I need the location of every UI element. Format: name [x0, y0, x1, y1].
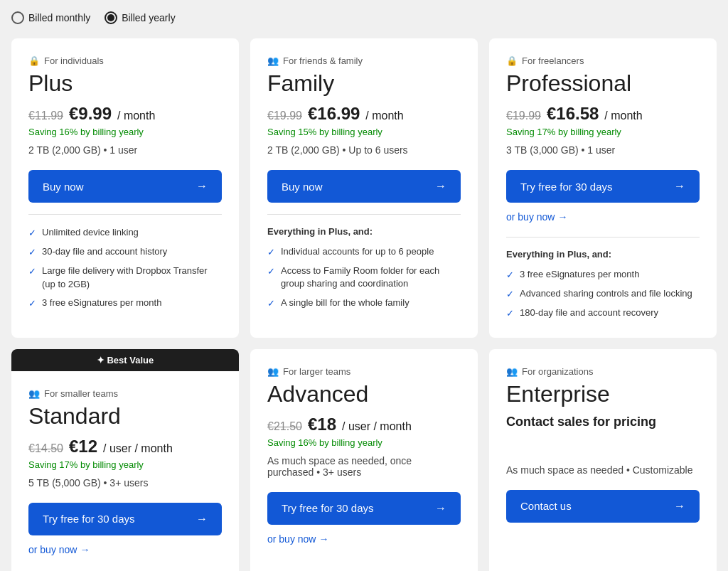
plan-category-advanced: 👥 For larger teams [267, 366, 461, 377]
saving-standard: Saving 17% by billing yearly [28, 459, 222, 470]
plan-category-icon-advanced: 👥 [267, 366, 279, 377]
check-icon-p0: ✓ [506, 269, 514, 282]
best-value-banner: ✦ Best Value [11, 349, 239, 371]
plan-category-icon-standard: 👥 [28, 388, 40, 399]
storage-family: 2 TB (2,000 GB) • Up to 6 users [267, 144, 461, 156]
check-icon-0: ✓ [28, 227, 36, 240]
plan-category-professional: 🔒 For freelancers [506, 55, 700, 66]
plan-category-standard: 👥 For smaller teams [28, 388, 222, 399]
check-icon-f0: ✓ [267, 246, 275, 259]
or-buy-professional[interactable]: or buy now → [506, 211, 700, 223]
plan-category-label-plus: For individuals [44, 55, 104, 66]
cta-arrow-advanced: → [435, 502, 446, 515]
billing-yearly-option[interactable]: Billed yearly [105, 11, 175, 24]
billing-monthly-label: Billed monthly [28, 12, 90, 23]
price-period-plus: / month [117, 110, 155, 122]
price-line-plus: €11.99 €9.99 / month [28, 104, 222, 124]
cta-family[interactable]: Buy now → [267, 170, 461, 203]
saving-spacer-enterprise [506, 444, 700, 457]
price-new-professional: €16.58 [547, 104, 599, 124]
price-line-family: €19.99 €16.99 / month [267, 104, 461, 124]
plan-category-family: 👥 For friends & family [267, 55, 461, 66]
or-buy-standard[interactable]: or buy now → [28, 544, 222, 555]
plan-card-enterprise: 👥 For organizations Enterprise Contact s… [489, 349, 717, 571]
divider-family [267, 214, 461, 215]
or-buy-advanced[interactable]: or buy now → [267, 533, 461, 545]
plan-name-plus: Plus [28, 70, 222, 97]
billing-monthly-radio[interactable] [11, 11, 24, 24]
cta-enterprise[interactable]: Contact us → [506, 490, 700, 523]
features-professional: ✓3 free eSignatures per month ✓Advanced … [506, 268, 700, 321]
price-period-advanced: / user / month [342, 420, 412, 433]
check-icon-p1: ✓ [506, 288, 514, 301]
price-old-advanced: €21.50 [267, 420, 302, 433]
plan-category-icon-plus: 🔒 [28, 55, 40, 66]
cta-advanced[interactable]: Try free for 30 days → [267, 492, 461, 525]
cta-label-professional: Try free for 30 days [520, 181, 613, 193]
billing-toggle: Billed monthly Billed yearly [11, 11, 717, 24]
plan-category-plus: 🔒 For individuals [28, 55, 222, 66]
cta-label-advanced: Try free for 30 days [282, 502, 374, 514]
plan-card-advanced: 👥 For larger teams Advanced €21.50 €18 /… [250, 349, 478, 571]
storage-advanced: As much space as needed, once purchased … [267, 455, 461, 478]
plan-name-professional: Professional [506, 70, 700, 97]
price-line-standard: €14.50 €12 / user / month [28, 437, 222, 457]
price-new-advanced: €18 [308, 415, 336, 434]
plan-card-standard: 👥 For smaller teams Standard €14.50 €12 … [11, 371, 239, 571]
check-icon-p2: ✓ [506, 307, 514, 320]
storage-standard: 5 TB (5,000 GB) • 3+ users [28, 477, 222, 489]
plan-name-family: Family [267, 70, 461, 97]
billing-yearly-radio[interactable] [105, 11, 117, 24]
plan-category-icon-enterprise: 👥 [506, 366, 518, 377]
price-new-family: €16.99 [308, 104, 360, 124]
features-family: ✓Individual accounts for up to 6 people … [267, 245, 461, 310]
divider-professional [506, 237, 700, 238]
price-period-standard: / user / month [103, 442, 173, 455]
cta-label-family: Buy now [282, 181, 323, 193]
price-line-professional: €19.99 €16.58 / month [506, 104, 700, 124]
plan-category-label-enterprise: For organizations [522, 366, 593, 377]
feature-plus-0: ✓Unlimited device linking [28, 226, 222, 240]
cta-standard[interactable]: Try free for 30 days → [28, 503, 222, 535]
cta-arrow-standard: → [196, 513, 208, 525]
features-label-family: Everything in Plus, and: [267, 226, 461, 237]
billing-monthly-option[interactable]: Billed monthly [11, 11, 90, 24]
cta-label-enterprise: Contact us [520, 500, 572, 512]
plan-card-professional: 🔒 For freelancers Professional €19.99 €1… [489, 38, 717, 338]
feature-pro-0: ✓3 free eSignatures per month [506, 268, 700, 282]
check-icon-2: ✓ [28, 265, 36, 278]
price-old-plus: €11.99 [28, 110, 63, 122]
billing-yearly-label: Billed yearly [122, 12, 175, 23]
cta-arrow-family: → [435, 180, 446, 193]
price-new-plus: €9.99 [69, 104, 112, 124]
plan-category-label-professional: For freelancers [522, 55, 584, 66]
plan-category-icon-professional: 🔒 [506, 55, 518, 66]
storage-plus: 2 TB (2,000 GB) • 1 user [28, 144, 222, 156]
plan-name-advanced: Advanced [267, 381, 461, 407]
storage-professional: 3 TB (3,000 GB) • 1 user [506, 144, 700, 156]
check-icon-1: ✓ [28, 246, 36, 259]
cta-professional[interactable]: Try free for 30 days → [506, 170, 700, 203]
cta-arrow-enterprise: → [674, 500, 685, 513]
cta-label-plus: Buy now [43, 181, 84, 193]
feature-family-0: ✓Individual accounts for up to 6 people [267, 245, 461, 259]
price-old-family: €19.99 [267, 110, 302, 122]
plan-category-label-advanced: For larger teams [283, 366, 350, 377]
plans-grid: 🔒 For individuals Plus €11.99 €9.99 / mo… [11, 38, 717, 571]
check-icon-3: ✓ [28, 297, 36, 310]
check-icon-f2: ✓ [267, 297, 275, 310]
plan-card-standard-wrapper: ✦ Best Value 👥 For smaller teams Standar… [11, 349, 239, 571]
feature-pro-1: ✓Advanced sharing controls and file lock… [506, 287, 700, 301]
contact-pricing-enterprise: Contact sales for pricing [506, 415, 700, 429]
feature-plus-2: ✓Large file delivery with Dropbox Transf… [28, 265, 222, 290]
cta-label-standard: Try free for 30 days [43, 513, 135, 525]
cta-plus[interactable]: Buy now → [28, 170, 222, 203]
price-new-standard: €12 [69, 437, 97, 457]
check-icon-f1: ✓ [267, 265, 275, 278]
feature-plus-1: ✓30-day file and account history [28, 245, 222, 259]
price-old-standard: €14.50 [28, 442, 63, 455]
feature-family-1: ✓Access to Family Room folder for each g… [267, 265, 461, 290]
saving-family: Saving 15% by billing yearly [267, 127, 461, 137]
cta-arrow-plus: → [196, 180, 208, 193]
plan-card-plus: 🔒 For individuals Plus €11.99 €9.99 / mo… [11, 38, 239, 338]
